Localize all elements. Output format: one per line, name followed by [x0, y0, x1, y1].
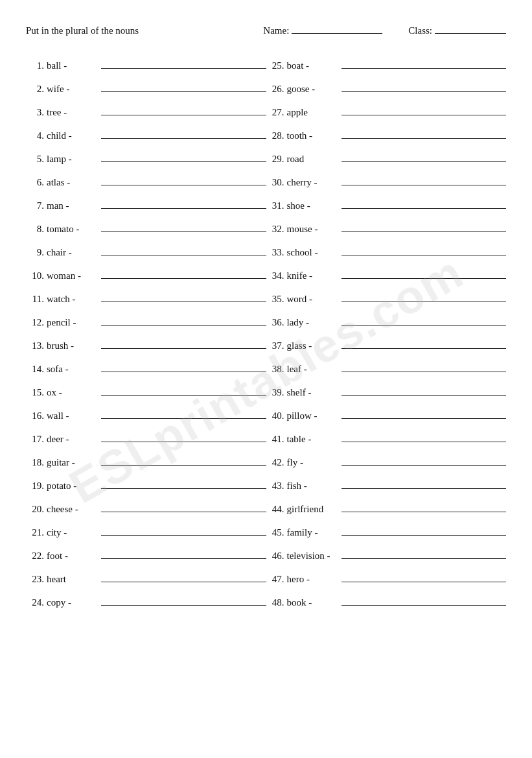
item-label: foot -	[47, 551, 98, 562]
list-item: 12. pencil -	[26, 311, 266, 335]
item-number: 3.	[26, 107, 47, 118]
answer-line	[101, 222, 266, 232]
answer-line	[101, 315, 266, 326]
answer-line	[341, 595, 507, 606]
answer-line	[341, 222, 507, 232]
list-item: 32. mouse -	[266, 218, 507, 241]
right-column: 25. boat - 26. goose - 27. apple 28. too…	[266, 54, 507, 615]
item-number: 16.	[26, 410, 47, 421]
class-label: Class:	[408, 25, 432, 36]
item-number: 15.	[26, 387, 47, 398]
answer-line	[101, 105, 266, 115]
list-item: 4. child -	[26, 124, 266, 148]
answer-line	[101, 292, 266, 302]
list-item: 46. television -	[266, 545, 507, 568]
list-item: 15. ox -	[26, 381, 266, 405]
item-number: 6.	[26, 177, 47, 188]
answer-line	[101, 152, 266, 162]
list-item: 10. woman -	[26, 265, 266, 288]
list-item: 14. sofa -	[26, 358, 266, 381]
list-item: 2. wife -	[26, 78, 266, 101]
item-number: 34.	[266, 270, 287, 281]
answer-line	[101, 338, 266, 349]
item-label: tooth -	[287, 130, 339, 141]
list-item: 25. boat -	[266, 54, 507, 78]
answer-line	[101, 58, 266, 69]
item-number: 38.	[266, 364, 287, 375]
item-number: 43.	[266, 480, 287, 492]
item-label: tomato -	[47, 224, 98, 235]
answer-line	[101, 479, 266, 489]
item-label: city -	[47, 527, 98, 538]
item-number: 31.	[266, 200, 287, 211]
list-item: 27. apple	[266, 101, 507, 124]
item-label: deer -	[47, 434, 98, 445]
item-label: atlas -	[47, 177, 98, 188]
item-label: tree -	[47, 107, 98, 118]
answer-line	[341, 152, 507, 162]
item-number: 4.	[26, 130, 47, 141]
list-item: 36. lady -	[266, 311, 507, 335]
item-label: boat -	[287, 60, 339, 71]
answer-line	[341, 175, 507, 185]
item-label: brush -	[47, 340, 98, 351]
list-item: 11. watch -	[26, 288, 266, 311]
item-number: 18.	[26, 457, 47, 468]
class-underline	[435, 23, 506, 34]
answer-line	[341, 315, 507, 326]
answer-line	[341, 268, 507, 279]
list-item: 1. ball -	[26, 54, 266, 78]
columns: 1. ball - 2. wife - 3. tree - 4. child -…	[26, 54, 506, 615]
list-item: 48. book -	[266, 591, 507, 615]
item-number: 22.	[26, 551, 47, 562]
item-label: guitar -	[47, 457, 98, 468]
item-number: 7.	[26, 200, 47, 211]
list-item: 8. tomato -	[26, 218, 266, 241]
item-label: wife -	[47, 84, 98, 95]
answer-line	[341, 58, 507, 69]
class-field: Class:	[408, 23, 506, 36]
list-item: 39. shelf -	[266, 381, 507, 405]
answer-line	[341, 338, 507, 349]
item-label: shoe -	[287, 200, 339, 211]
item-label: man -	[47, 200, 98, 211]
item-label: shelf -	[287, 387, 339, 398]
item-number: 39.	[266, 387, 287, 398]
list-item: 31. shoe -	[266, 195, 507, 218]
answer-line	[341, 525, 507, 536]
item-number: 45.	[266, 527, 287, 538]
answer-line	[101, 549, 266, 559]
item-label: fly -	[287, 457, 339, 468]
answer-line	[101, 455, 266, 466]
answer-line	[101, 245, 266, 255]
item-number: 20.	[26, 504, 47, 515]
instruction: Put in the plural of the nouns	[26, 25, 139, 36]
item-number: 40.	[266, 410, 287, 421]
list-item: 16. wall -	[26, 405, 266, 428]
item-number: 29.	[266, 154, 287, 165]
item-label: chair -	[47, 247, 98, 258]
answer-line	[341, 245, 507, 255]
item-number: 32.	[266, 224, 287, 235]
item-number: 33.	[266, 247, 287, 258]
list-item: 29. road	[266, 148, 507, 171]
item-number: 46.	[266, 551, 287, 562]
item-label: television -	[287, 551, 339, 562]
item-label: book -	[287, 597, 339, 608]
list-item: 44. girlfriend	[266, 498, 507, 521]
item-number: 5.	[26, 154, 47, 165]
answer-line	[101, 82, 266, 92]
item-number: 10.	[26, 270, 47, 281]
answer-line	[101, 525, 266, 536]
item-number: 47.	[266, 574, 287, 585]
item-label: ball -	[47, 60, 98, 71]
list-item: 13. brush -	[26, 335, 266, 358]
item-label: pencil -	[47, 317, 98, 328]
item-label: glass -	[287, 340, 339, 351]
list-item: 7. man -	[26, 195, 266, 218]
item-label: cheese -	[47, 504, 98, 515]
answer-line	[101, 502, 266, 512]
item-number: 44.	[266, 504, 287, 515]
item-number: 42.	[266, 457, 287, 468]
header: Put in the plural of the nouns Name: Cla…	[26, 23, 506, 36]
